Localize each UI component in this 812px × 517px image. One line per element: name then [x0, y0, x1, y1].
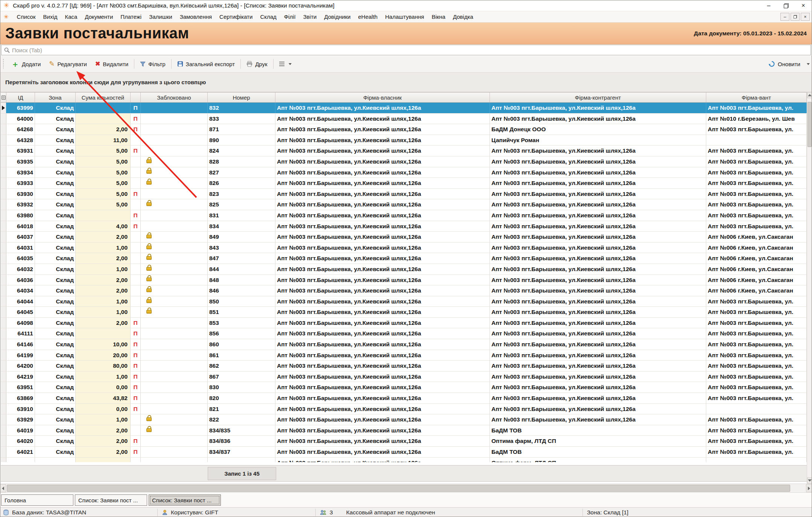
table-row[interactable]: 64031Склад1,00843Апт №003 пгт.Барышевка,… — [1, 243, 807, 253]
table-row[interactable]: 64098Склад2,00П853Апт №003 пгт.Барышевка… — [1, 318, 807, 329]
toolbar-separator — [273, 59, 274, 69]
table-row[interactable]: 63980СкладП831Апт №003 пгт.Барышевка, ул… — [1, 210, 807, 221]
toolbar: ＋ Додати ✎ Редагувати ✖ Видалити Фільтр … — [0, 56, 812, 73]
column-header-contragent[interactable]: Фірма-контрагент — [490, 92, 706, 102]
table-row[interactable]: 64146Склад10,00П860Апт №003 пгт.Барышевк… — [1, 339, 807, 350]
table-row[interactable]: 63932Склад5,00825Апт №003 пгт.Барышевка,… — [1, 199, 807, 210]
minimize-button[interactable]: – — [760, 0, 777, 11]
table-row[interactable]: 64000СкладП833Апт №003 пгт.Барышевка, ул… — [1, 114, 807, 124]
horizontal-scroll-thumb[interactable] — [7, 485, 790, 492]
cell-id: 63931 — [6, 146, 35, 156]
column-header-owner[interactable]: Фірма-власник — [275, 92, 490, 102]
table-row[interactable]: 64034Склад2,00846Апт №003 пгт.Барышевка,… — [1, 285, 807, 296]
menu-item-5[interactable]: Платежі — [117, 14, 145, 20]
table-row[interactable]: 63869Склад43,82П820Апт №003 пгт.Барышевк… — [1, 393, 807, 404]
table-row[interactable]: 63929Склад1,00822Апт №003 пгт.Барышевка,… — [1, 414, 807, 425]
cell-qty: 2,00 — [76, 447, 131, 457]
menu-item-4[interactable]: Документи — [81, 14, 117, 20]
table-row[interactable]: Апт №003 пгт.Барышевка, ул.Киевский шлях… — [1, 458, 807, 462]
group-by-panel[interactable]: Перетягніть заголовок колонки сюди для у… — [0, 73, 812, 92]
menu-item-13[interactable]: eHealth — [354, 14, 382, 20]
horizontal-scrollbar[interactable] — [0, 484, 812, 493]
column-chooser-button[interactable] — [275, 57, 296, 71]
export-button[interactable]: Загальний експорт — [173, 57, 239, 71]
toolbar-overflow-icon[interactable] — [807, 63, 810, 65]
menu-item-11[interactable]: Звіти — [300, 14, 321, 20]
cell-owner: Апт №003 пгт.Барышевка, ул.Киевский шлях… — [275, 436, 490, 446]
table-row[interactable]: 64036Склад2,00848Апт №003 пгт.Барышевка,… — [1, 275, 807, 286]
toolbar-grip[interactable] — [3, 59, 4, 69]
cell-zone: Склад — [35, 404, 76, 414]
menu-item-3[interactable]: Каса — [61, 14, 81, 20]
add-button[interactable]: ＋ Додати — [7, 57, 45, 71]
table-row[interactable]: 64268Склад2,00П871Апт №003 пгт.Барышевка… — [1, 124, 807, 135]
search-input[interactable] — [12, 45, 809, 55]
menu-item-14[interactable]: Налаштування — [381, 14, 428, 20]
close-button[interactable]: × — [795, 0, 812, 11]
vertical-scrollbar[interactable] — [807, 92, 812, 484]
table-row[interactable]: 64111СкладП856Апт №003 пгт.Барышевка, ул… — [1, 328, 807, 339]
tab-home[interactable]: Головна — [1, 494, 73, 506]
print-button[interactable]: Друк — [242, 57, 271, 71]
scroll-up-button[interactable] — [807, 92, 812, 98]
scroll-left-button[interactable] — [0, 484, 6, 492]
table-row[interactable]: 63933Склад5,00826Апт №003 пгт.Барышевка,… — [1, 178, 807, 189]
table-row[interactable]: 64018Склад4,00П834Апт №003 пгт.Барышевка… — [1, 221, 807, 232]
menu-item-16[interactable]: Довідка — [449, 14, 477, 20]
column-header-id[interactable]: ІД — [6, 92, 35, 102]
scroll-right-button[interactable] — [806, 484, 812, 492]
tab-list-1[interactable]: Список: Заявки пост ... — [75, 494, 147, 506]
table-row[interactable]: 64219Склад1,00П867Апт №003 пгт.Барышевка… — [1, 371, 807, 382]
column-header-consignee[interactable]: Фірма-вант — [706, 92, 807, 102]
menu-item-12[interactable]: Довідники — [320, 14, 354, 20]
menu-item-2[interactable]: Вихід — [40, 14, 61, 20]
table-row[interactable]: 63934Склад5,00827Апт №003 пгт.Барышевка,… — [1, 167, 807, 178]
menu-item-15[interactable]: Вікна — [428, 14, 449, 20]
table-row[interactable]: 64045Склад1,00851Апт №003 пгт.Барышевка,… — [1, 307, 807, 318]
table-row[interactable]: 64032Склад1,00844Апт №003 пгт.Барышевка,… — [1, 264, 807, 275]
table-row[interactable]: 63951Склад0,00П830Апт №003 пгт.Барышевка… — [1, 382, 807, 393]
column-header-number[interactable]: Номер — [208, 92, 275, 102]
restore-button[interactable] — [777, 0, 795, 11]
cell-number: 856 — [208, 328, 275, 339]
cell-consignee: Апт №006 г.Киев, ул.Саксаган — [706, 285, 807, 296]
cell-zone: Склад — [35, 361, 76, 371]
column-header-p[interactable] — [131, 92, 141, 102]
column-header-locked[interactable]: Заблоковано — [141, 92, 208, 102]
table-row[interactable]: 64328Склад11,00890Апт №003 пгт.Барышевка… — [1, 135, 807, 146]
vertical-scroll-thumb[interactable] — [807, 102, 812, 147]
table-row[interactable]: 64199Склад20,00П861Апт №003 пгт.Барышевк… — [1, 350, 807, 361]
table-row[interactable]: 64021Склад2,00П834/837Апт №003 пгт.Барыш… — [1, 447, 807, 458]
column-header-qty[interactable]: Сума кількостей — [76, 92, 131, 102]
cell-number: 834/836 — [208, 436, 275, 446]
table-row[interactable]: 64019Склад2,00834/835Апт №003 пгт.Барыше… — [1, 425, 807, 436]
table-row[interactable]: 63999СкладП832Апт №003 пгт.Барышевка, ул… — [1, 103, 807, 114]
cell-number: 825 — [208, 199, 275, 210]
table-row[interactable]: 64044Склад1,00850Апт №003 пгт.Барышевка,… — [1, 296, 807, 307]
mdi-restore-button[interactable] — [791, 13, 800, 21]
table-row[interactable]: 63935Склад5,00828Апт №003 пгт.Барышевка,… — [1, 156, 807, 167]
menu-item-10[interactable]: Філії — [280, 14, 300, 20]
menu-item-6[interactable]: Залишки — [145, 14, 176, 20]
menu-item-9[interactable]: Склад — [256, 14, 280, 20]
table-row[interactable]: 64035Склад2,00847Апт №003 пгт.Барышевка,… — [1, 253, 807, 264]
menu-item-8[interactable]: Сертифікати — [216, 14, 256, 20]
refresh-button[interactable]: Оновити — [764, 57, 804, 71]
menu-item-1[interactable]: Список — [13, 14, 40, 20]
table-row[interactable]: 63910Склад0,00П821Апт №003 пгт.Барышевка… — [1, 404, 807, 415]
table-row[interactable]: 63930Склад5,00П823Апт №003 пгт.Барышевка… — [1, 189, 807, 200]
edit-button[interactable]: ✎ Редагувати — [45, 57, 91, 71]
cell-consignee: Апт №003 пгт.Барышевка, ул. — [706, 210, 807, 221]
delete-button[interactable]: ✖ Видалити — [91, 57, 132, 71]
tab-list-2-active[interactable]: Список: Заявки пост ... — [149, 494, 221, 506]
table-row[interactable]: 64020Склад2,00П834/836Апт №003 пгт.Барыш… — [1, 436, 807, 447]
scroll-down-button[interactable] — [807, 478, 812, 484]
table-row[interactable]: 63931Склад5,00П824Апт №003 пгт.Барышевка… — [1, 146, 807, 156]
table-row[interactable]: 64037Склад2,00849Апт №003 пгт.Барышевка,… — [1, 232, 807, 243]
table-row[interactable]: 64200Склад80,00П862Апт №003 пгт.Барышевк… — [1, 361, 807, 371]
mdi-close-button[interactable]: × — [801, 13, 810, 21]
filter-button[interactable]: Фільтр — [136, 57, 169, 71]
mdi-minimize-button[interactable]: – — [780, 13, 789, 21]
column-header-zone[interactable]: Зона — [35, 92, 76, 102]
menu-item-7[interactable]: Замовлення — [176, 14, 216, 20]
